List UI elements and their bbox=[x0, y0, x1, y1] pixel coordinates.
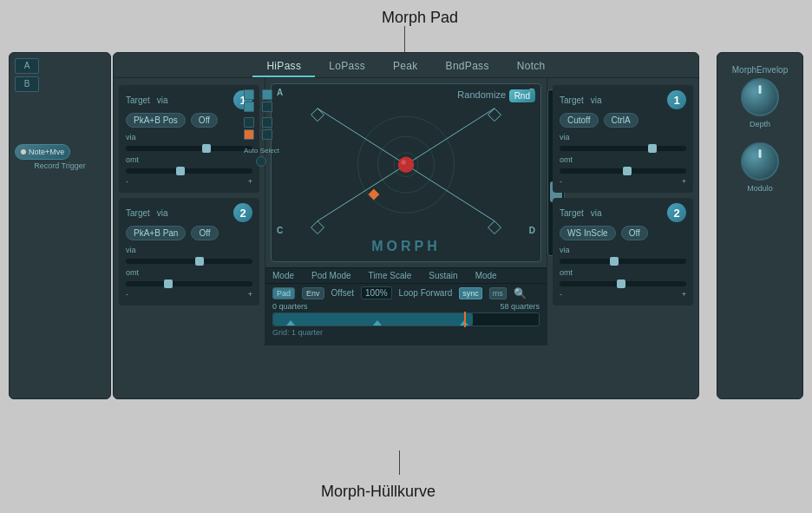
magnify-icon[interactable]: 🔍 bbox=[514, 287, 527, 299]
slider-labels-2: - + bbox=[126, 290, 252, 299]
env-button[interactable]: Env bbox=[302, 287, 324, 299]
target-select-1[interactable]: PkA+B Pos bbox=[126, 113, 186, 128]
r-via-label-2b: via bbox=[560, 246, 686, 254]
r-target-select-1[interactable]: Cutoff bbox=[560, 113, 599, 128]
tab-bndpass[interactable]: BndPass bbox=[432, 56, 503, 77]
matrix-btn-4[interactable] bbox=[262, 102, 272, 112]
r-selectors-row-2: WS InScle Off bbox=[560, 226, 686, 240]
bottom-env-controls: Pad Env Offset 100% Loop Forward sync ms… bbox=[265, 284, 547, 302]
r-slider-labels-2: - + bbox=[560, 290, 686, 299]
matrix-btn-8[interactable] bbox=[262, 129, 272, 140]
via-select-1[interactable]: Off bbox=[191, 113, 218, 128]
r-target-select-2[interactable]: WS InScle bbox=[560, 226, 616, 240]
morph-pad-svg bbox=[272, 84, 540, 261]
slider-via-1[interactable] bbox=[126, 146, 252, 151]
r-via-select-2[interactable]: Off bbox=[621, 226, 648, 240]
tab-bar: HiPass LoPass Peak BndPass Notch bbox=[114, 53, 698, 78]
modulo-knob[interactable] bbox=[741, 142, 779, 181]
r-slider-omt-1[interactable] bbox=[560, 168, 686, 174]
timeline-start: 0 quarters bbox=[272, 302, 308, 311]
svg-point-14 bbox=[398, 156, 415, 173]
svg-point-15 bbox=[401, 160, 406, 165]
pad-button[interactable]: Pad bbox=[272, 287, 295, 299]
timeline-markers bbox=[273, 313, 539, 326]
morph-pad-annotation-line bbox=[404, 26, 405, 54]
time-scale-label: Time Scale bbox=[369, 271, 412, 280]
a-button[interactable]: A bbox=[15, 58, 39, 74]
time-scale-value: 100% bbox=[361, 286, 392, 299]
matrix-btn-6[interactable] bbox=[262, 117, 272, 128]
record-dot-icon bbox=[21, 149, 26, 155]
tab-lopass[interactable]: LoPass bbox=[315, 56, 379, 77]
omt-label-1: omt bbox=[126, 155, 252, 164]
mode-label: Mode bbox=[272, 271, 294, 280]
morph-hullkurve-annotation: Morph-Hüllkurve bbox=[321, 483, 435, 501]
timeline-area: 0 quarters 58 quarters bbox=[272, 302, 540, 345]
slider-via-2[interactable] bbox=[126, 259, 252, 264]
depth-knob[interactable] bbox=[741, 78, 779, 116]
auto-select-circle[interactable] bbox=[256, 156, 266, 167]
matrix-buttons: Auto Select bbox=[244, 89, 279, 167]
omt-label-2: omt bbox=[126, 268, 252, 277]
via-label-2: via bbox=[157, 208, 168, 218]
target-select-2[interactable]: PkA+B Pan bbox=[126, 226, 186, 240]
matrix-btn-2[interactable] bbox=[262, 89, 272, 100]
r-slider-labels-1: - + bbox=[560, 177, 686, 186]
svg-marker-9 bbox=[311, 109, 324, 122]
r-via-select-1[interactable]: CtrlA bbox=[604, 113, 638, 128]
tab-peak[interactable]: Peak bbox=[379, 56, 432, 77]
b-button[interactable]: B bbox=[15, 76, 39, 92]
r-slider-omt-2[interactable] bbox=[560, 281, 686, 286]
left-side-panel: A B Note+Mve Record Trigger bbox=[9, 52, 111, 399]
bottom-envelope: Mode Pod Mode Time Scale Sustain Mode Pa… bbox=[265, 267, 547, 345]
morph-hullkurve-annotation-line bbox=[399, 451, 400, 475]
matrix-btn-3[interactable] bbox=[244, 102, 254, 112]
tab-hipass[interactable]: HiPass bbox=[252, 56, 315, 77]
r-via-omt-2: via omt bbox=[560, 246, 686, 289]
morph-pad-area[interactable]: A B C D Randomize Rnd bbox=[271, 83, 541, 262]
bottom-env-top: Mode Pod Mode Time Scale Sustain Mode bbox=[265, 268, 547, 284]
auto-select-label: Auto Select bbox=[244, 147, 279, 155]
matrix-btn-1[interactable] bbox=[244, 89, 254, 100]
badge-1-right: 1 bbox=[667, 90, 686, 109]
slider-omt-1[interactable] bbox=[126, 168, 252, 174]
morph-text: MORPH bbox=[371, 239, 441, 254]
mode-label-2: Mode bbox=[475, 271, 497, 280]
record-button[interactable]: Note+Mve bbox=[15, 144, 70, 160]
pod-mode-label: Pod Mode bbox=[311, 271, 351, 280]
morph-pad-annotation: Morph Pad bbox=[382, 9, 458, 27]
matrix-group-1 bbox=[244, 89, 279, 112]
target-label-2: Target bbox=[126, 208, 150, 218]
center-pad: A B C D Randomize Rnd bbox=[265, 78, 547, 345]
r-slider-via-1[interactable] bbox=[560, 146, 686, 151]
right-knob-section-2: Target via 2 WS InScle Off via omt bbox=[553, 198, 693, 306]
timeline-track[interactable] bbox=[272, 312, 540, 326]
sync-button[interactable]: sync bbox=[459, 287, 482, 299]
via-label-2b: via bbox=[126, 246, 252, 254]
grid-label: Grid: 1 quarter bbox=[272, 328, 540, 337]
left-knob-section-1: Target via 1 PkA+B Pos Off via omt bbox=[119, 85, 259, 193]
r-slider-via-2[interactable] bbox=[560, 259, 686, 264]
svg-marker-17 bbox=[373, 320, 382, 326]
modulo-label: Modulo bbox=[723, 184, 797, 193]
ms-button[interactable]: ms bbox=[489, 287, 507, 299]
via-omt-2: via omt bbox=[126, 246, 252, 289]
timeline-end: 58 quarters bbox=[500, 302, 540, 311]
matrix-btn-7[interactable] bbox=[244, 129, 254, 140]
via-label-1: via bbox=[157, 95, 168, 105]
sustain-label: Sustain bbox=[429, 271, 457, 280]
via-label-1b: via bbox=[126, 133, 252, 141]
r-via-label-2: via bbox=[591, 208, 602, 218]
tab-notch[interactable]: Notch bbox=[503, 56, 560, 77]
svg-marker-12 bbox=[488, 221, 501, 234]
matrix-btn-5[interactable] bbox=[244, 117, 254, 128]
svg-marker-10 bbox=[488, 109, 501, 122]
r-via-label-1b: via bbox=[560, 133, 686, 141]
target-label-1: Target bbox=[126, 95, 150, 105]
timeline-playhead[interactable] bbox=[464, 312, 466, 327]
offset-label: Offset bbox=[331, 288, 355, 298]
r-omt-label-2: omt bbox=[560, 268, 686, 277]
via-select-2[interactable]: Off bbox=[191, 226, 218, 240]
slider-omt-2[interactable] bbox=[126, 281, 252, 286]
right-panel: Target via 1 Cutoff CtrlA via omt bbox=[547, 78, 698, 345]
